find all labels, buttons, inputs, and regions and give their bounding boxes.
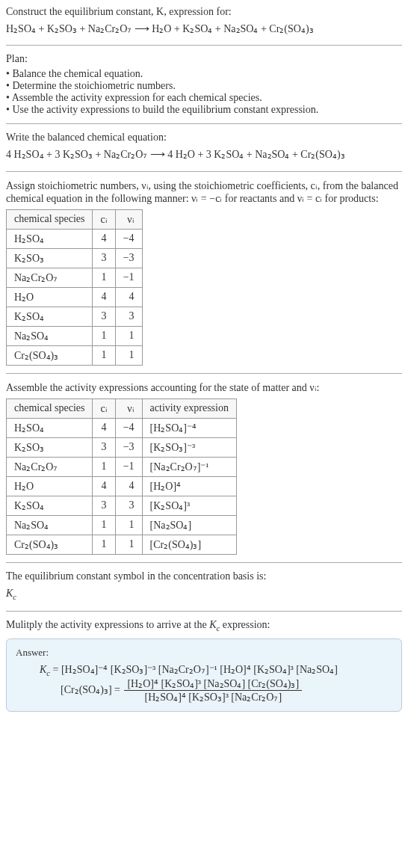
- divider: [6, 45, 402, 46]
- table-row: K₂SO₄33: [7, 307, 143, 326]
- kc-denominator: [H₂SO₄]⁴ [K₂SO₃]³ [Na₂Cr₂O₇]: [124, 691, 302, 704]
- divider: [6, 171, 402, 172]
- cell-species: H₂SO₄: [7, 418, 93, 437]
- cell-ci: 1: [93, 326, 115, 345]
- cell-ci: 4: [93, 229, 115, 248]
- cell-vi: 1: [115, 515, 142, 535]
- divider: [6, 373, 402, 374]
- cell-species: H₂SO₄: [7, 229, 93, 248]
- cell-ci: 1: [93, 515, 115, 535]
- divider: [6, 611, 402, 612]
- cell-ci: 4: [93, 287, 115, 307]
- plan-item: Balance the chemical equation.: [6, 68, 402, 80]
- final-section: Mulitply the activity expressions to arr…: [6, 619, 402, 712]
- cell-vi: 1: [115, 326, 142, 345]
- col-activity: activity expression: [142, 398, 236, 418]
- cell-vi: −1: [115, 268, 142, 287]
- table-row: K₂SO₃3−3: [7, 248, 143, 268]
- kc-symbol: Kc: [6, 585, 402, 604]
- cell-activity: [Na₂SO₄]: [142, 515, 236, 535]
- cell-vi: 1: [115, 345, 142, 365]
- cell-species: K₂SO₃: [7, 437, 93, 457]
- cell-species: Na₂Cr₂O₇: [7, 268, 93, 287]
- table-row: Cr₂(SO₄)₃11: [7, 345, 143, 365]
- table-row: Na₂SO₄11: [7, 326, 143, 345]
- balance-section: Write the balanced chemical equation: 4 …: [6, 132, 402, 163]
- activity-table: chemical species cᵢ νᵢ activity expressi…: [6, 398, 237, 555]
- cell-activity: [Na₂Cr₂O₇]⁻¹: [142, 457, 236, 476]
- table-row: K₂SO₃3−3[K₂SO₃]⁻³: [7, 437, 237, 457]
- cell-vi: −1: [115, 457, 142, 476]
- col-vi: νᵢ: [115, 398, 142, 418]
- plan-item: Assemble the activity expression for eac…: [6, 92, 402, 104]
- table-row: H₂O44: [7, 287, 143, 307]
- symbol-section: The equilibrium constant symbol in the c…: [6, 570, 402, 604]
- intro-text: Construct the equilibrium constant, K, e…: [6, 6, 402, 18]
- kc-fraction: [H₂O]⁴ [K₂SO₄]³ [Na₂SO₄] [Cr₂(SO₄)₃] [H₂…: [124, 677, 302, 704]
- plan-heading: Plan:: [6, 53, 402, 65]
- balance-heading: Write the balanced chemical equation:: [6, 132, 402, 144]
- cell-vi: 1: [115, 535, 142, 554]
- cell-ci: 4: [93, 476, 115, 496]
- cell-species: H₂O: [7, 287, 93, 307]
- stoich-intro: Assign stoichiometric numbers, νᵢ, using…: [6, 179, 402, 205]
- table-header-row: chemical species cᵢ νᵢ: [7, 209, 143, 229]
- cell-vi: −4: [115, 418, 142, 437]
- table-row: H₂SO₄4−4: [7, 229, 143, 248]
- cell-ci: 3: [93, 496, 115, 515]
- cell-activity: [H₂SO₄]⁻⁴: [142, 418, 236, 437]
- divider: [6, 123, 402, 124]
- cell-ci: 3: [93, 307, 115, 326]
- plan-item: Determine the stoichiometric numbers.: [6, 80, 402, 92]
- cell-species: K₂SO₄: [7, 496, 93, 515]
- cell-ci: 1: [93, 268, 115, 287]
- cell-species: K₂SO₃: [7, 248, 93, 268]
- cell-vi: −4: [115, 229, 142, 248]
- activity-intro: Assemble the activity expressions accoun…: [6, 381, 402, 394]
- cell-vi: −3: [115, 437, 142, 457]
- cell-species: Na₂SO₄: [7, 326, 93, 345]
- kc-line2-prefix: [Cr₂(SO₄)₃] =: [61, 684, 123, 695]
- cell-species: Cr₂(SO₄)₃: [7, 535, 93, 554]
- cell-ci: 3: [93, 437, 115, 457]
- stoich-table: chemical species cᵢ νᵢ H₂SO₄4−4 K₂SO₃3−3…: [6, 209, 143, 366]
- col-species: chemical species: [7, 398, 93, 418]
- stoich-section: Assign stoichiometric numbers, νᵢ, using…: [6, 179, 402, 366]
- cell-activity: [K₂SO₃]⁻³: [142, 437, 236, 457]
- kc-expression-line1: Kc = [H₂SO₄]⁻⁴ [K₂SO₃]⁻³ [Na₂Cr₂O₇]⁻¹ [H…: [40, 663, 392, 677]
- table-row: Na₂SO₄11[Na₂SO₄]: [7, 515, 237, 535]
- plan-item: Use the activity expressions to build th…: [6, 104, 402, 116]
- activity-section: Assemble the activity expressions accoun…: [6, 381, 402, 555]
- answer-box: Answer: Kc = [H₂SO₄]⁻⁴ [K₂SO₃]⁻³ [Na₂Cr₂…: [6, 638, 402, 712]
- table-header-row: chemical species cᵢ νᵢ activity expressi…: [7, 398, 237, 418]
- cell-species: H₂O: [7, 476, 93, 496]
- cell-ci: 1: [93, 535, 115, 554]
- final-intro: Mulitply the activity expressions to arr…: [6, 619, 402, 632]
- cell-vi: −3: [115, 248, 142, 268]
- cell-species: Na₂Cr₂O₇: [7, 457, 93, 476]
- cell-vi: 4: [115, 476, 142, 496]
- col-ci: cᵢ: [93, 398, 115, 418]
- table-row: H₂SO₄4−4[H₂SO₄]⁻⁴: [7, 418, 237, 437]
- cell-species: K₂SO₄: [7, 307, 93, 326]
- cell-activity: [K₂SO₄]³: [142, 496, 236, 515]
- cell-ci: 1: [93, 345, 115, 365]
- cell-ci: 3: [93, 248, 115, 268]
- plan-section: Plan: Balance the chemical equation. Det…: [6, 53, 402, 116]
- kc-expression-line2: [Cr₂(SO₄)₃] = [H₂O]⁴ [K₂SO₄]³ [Na₂SO₄] […: [61, 677, 392, 704]
- answer-label: Answer:: [16, 647, 392, 659]
- cell-vi: 4: [115, 287, 142, 307]
- cell-activity: [H₂O]⁴: [142, 476, 236, 496]
- cell-activity: [Cr₂(SO₄)₃]: [142, 535, 236, 554]
- kc-numerator: [H₂O]⁴ [K₂SO₄]³ [Na₂SO₄] [Cr₂(SO₄)₃]: [124, 677, 302, 691]
- balanced-equation: 4 H₂SO₄ + 3 K₂SO₃ + Na₂Cr₂O₇ ⟶ 4 H₂O + 3…: [6, 147, 402, 163]
- cell-vi: 3: [115, 496, 142, 515]
- cell-vi: 3: [115, 307, 142, 326]
- table-row: Na₂Cr₂O₇1−1: [7, 268, 143, 287]
- cell-ci: 4: [93, 418, 115, 437]
- table-row: Na₂Cr₂O₇1−1[Na₂Cr₂O₇]⁻¹: [7, 457, 237, 476]
- plan-list: Balance the chemical equation. Determine…: [6, 68, 402, 116]
- cell-ci: 1: [93, 457, 115, 476]
- divider: [6, 562, 402, 563]
- symbol-text: The equilibrium constant symbol in the c…: [6, 570, 402, 582]
